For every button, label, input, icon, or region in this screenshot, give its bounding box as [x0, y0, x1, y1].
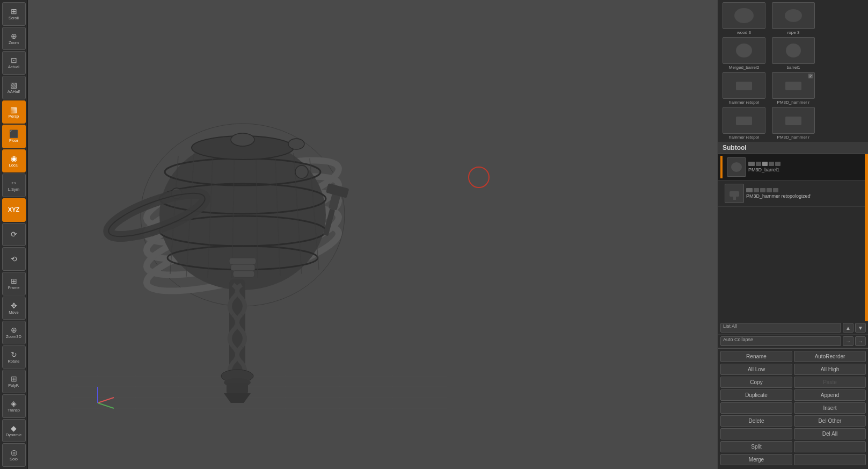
- subtool-scroll-area: PM3D_barrel1: [718, 154, 868, 321]
- zoom3d-button[interactable]: ⊕ Zoom3D: [2, 321, 26, 344]
- solo-button[interactable]: ◎ Solo: [2, 443, 26, 467]
- list-all-button[interactable]: List All: [720, 323, 841, 333]
- button-grid: Rename AutoReorder All Low All High Copy…: [720, 351, 866, 465]
- all-low-button[interactable]: All Low: [720, 364, 792, 375]
- rename-button[interactable]: Rename: [720, 351, 792, 362]
- zoom-button[interactable]: ⊕ Zoom: [2, 27, 26, 50]
- thumbnails-strip: wood 3 rope 3 Merged_barrel2 barrel1: [718, 0, 868, 142]
- thumbnail-hammer-retopol-1-label: hammer retopol: [729, 100, 759, 105]
- thumbnail-rope3[interactable]: rope 3: [770, 2, 817, 35]
- solo-label: Solo: [10, 457, 18, 461]
- actual-icon: ⊡: [11, 56, 17, 64]
- svg-rect-39: [233, 271, 254, 277]
- subtool-lock-icon-2[interactable]: [767, 188, 772, 192]
- transp-button[interactable]: ◈ Transp: [2, 394, 26, 418]
- aahalf-icon: ▧: [10, 81, 17, 89]
- subtool-eye-icon-2[interactable]: [746, 188, 753, 192]
- thumbnail-wood3[interactable]: wood 3: [720, 2, 768, 35]
- thumbnail-hammer-retopol-2-img: [723, 107, 765, 134]
- copy-button[interactable]: Copy: [720, 377, 792, 388]
- frame-label: Frame: [8, 286, 20, 290]
- move-button[interactable]: ✥ Move: [2, 297, 26, 320]
- subtool-eye-icon[interactable]: [748, 162, 755, 166]
- subtool-icons-row-barrel1: [748, 162, 863, 166]
- thumbnail-pm3d-hammer-2-img: [772, 107, 815, 134]
- dynamic-label: Dynamic: [6, 433, 21, 437]
- thumbnail-hammer-retopol-1-img: [723, 72, 765, 99]
- scroll-label: Scroll: [9, 16, 19, 20]
- subtool-item-barrel1[interactable]: PM3D_barrel1: [718, 154, 865, 181]
- auto-collapse-controls: Auto Collapse → →: [718, 335, 868, 348]
- polyfill-button[interactable]: ⊞ PolyF.: [2, 370, 26, 393]
- auto-collapse-button[interactable]: Auto Collapse: [720, 336, 841, 346]
- dynamic-icon: ◆: [11, 424, 17, 432]
- merge-button[interactable]: Merge: [720, 454, 792, 465]
- thumbnail-barrel1-label: barrel1: [787, 65, 800, 70]
- local-button[interactable]: ◉ Local: [2, 149, 26, 173]
- persp-button[interactable]: ▦ Persp: [2, 100, 26, 124]
- left-toolbar: ⊞ Scroll ⊕ Zoom ⊡ Actual ▧ AAHalf ▦ Pers…: [0, 0, 28, 469]
- subtool-item-hammer[interactable]: PM3D_hammer retopologized': [718, 181, 865, 207]
- right-panel: wood 3 rope 3 Merged_barrel2 barrel1: [718, 0, 868, 469]
- zoom-label: Zoom: [9, 41, 19, 45]
- delete-button[interactable]: Delete: [720, 415, 792, 427]
- persp-label: Persp: [9, 114, 19, 119]
- subtool-icons-row-hammer: [746, 188, 863, 192]
- actual-button[interactable]: ⊡ Actual: [2, 51, 26, 75]
- subtool-vis-icon[interactable]: [775, 162, 781, 166]
- aahalf-button[interactable]: ▧ AAHalf: [2, 76, 26, 99]
- main-viewport[interactable]: [28, 0, 718, 469]
- paste-button[interactable]: Paste: [794, 377, 866, 388]
- floor-button[interactable]: ⬛ Floor: [2, 125, 26, 148]
- autoreorder-button[interactable]: AutoReorder: [794, 351, 866, 362]
- subtool-flag-icon[interactable]: [756, 162, 761, 166]
- move-label: Move: [9, 311, 18, 315]
- up-button[interactable]: ▲: [843, 323, 854, 333]
- svg-point-66: [731, 162, 742, 172]
- subtool-lock-icon[interactable]: [769, 162, 774, 166]
- svg-point-57: [786, 44, 801, 57]
- frame-button[interactable]: ⊞ Frame: [2, 272, 26, 295]
- thumbnail-pm3d-hammer-2[interactable]: PM3D_hammer r: [770, 107, 817, 140]
- thumbnail-merged-barrel2-label: Merged_barrel2: [729, 65, 759, 70]
- svg-rect-43: [227, 383, 248, 393]
- thumbnail-pm3d-hammer-2-label: PM3D_hammer r: [777, 135, 810, 140]
- subtool-active-indicator: [720, 156, 723, 178]
- sym1-button[interactable]: ⟳: [2, 223, 26, 247]
- svg-rect-68: [733, 196, 736, 200]
- down-button[interactable]: ▼: [855, 323, 866, 333]
- arrow-right-1[interactable]: →: [843, 336, 854, 346]
- xyz-button[interactable]: XYZ: [2, 198, 26, 222]
- del-all-button[interactable]: Del All: [794, 428, 866, 439]
- thumbnail-hammer-retopol-2[interactable]: hammer retopol: [720, 107, 768, 140]
- arrow-right-2[interactable]: →: [855, 336, 866, 346]
- list-controls: List All ▲ ▼: [718, 321, 868, 335]
- subtool-vis-icon-2[interactable]: [773, 188, 778, 192]
- duplicate-button[interactable]: Duplicate: [720, 389, 792, 401]
- split-button[interactable]: Split: [720, 441, 792, 452]
- thumbnail-row-1: wood 3 rope 3: [720, 2, 866, 35]
- subtool-inactive-indicator: [720, 182, 723, 205]
- thumbnail-pm3d-hammer-1[interactable]: 2 PM3D_hammer r: [770, 72, 817, 105]
- del-other-button[interactable]: Del Other: [794, 415, 866, 427]
- thumbnail-merged-barrel2[interactable]: Merged_barrel2: [720, 37, 768, 70]
- thumbnail-hammer-retopol-1[interactable]: hammer retopol: [720, 72, 768, 105]
- dynamic-button[interactable]: ◆ Dynamic: [2, 419, 26, 443]
- subtool-paint-icon-2[interactable]: [760, 188, 765, 192]
- sym2-button[interactable]: ⟲: [2, 247, 26, 271]
- append-button[interactable]: Append: [794, 389, 866, 401]
- insert-button[interactable]: Insert: [794, 402, 866, 414]
- subtool-flag-icon-2[interactable]: [754, 188, 759, 192]
- subtool-paint-icon[interactable]: [762, 162, 768, 166]
- scroll-button[interactable]: ⊞ Scroll: [2, 2, 26, 26]
- sym1-icon: ⟳: [11, 230, 17, 238]
- rotate-button[interactable]: ↻ Rotate: [2, 345, 26, 369]
- all-high-button[interactable]: All High: [794, 364, 866, 375]
- thumbnail-barrel1[interactable]: barrel1: [770, 37, 817, 70]
- subtool-thumb-hammer: [725, 184, 744, 203]
- transp-label: Transp: [8, 408, 20, 413]
- svg-line-48: [98, 403, 114, 408]
- svg-point-32: [288, 139, 304, 149]
- actual-label: Actual: [8, 65, 19, 69]
- lsym-button[interactable]: ↔ L.Sym: [2, 174, 26, 197]
